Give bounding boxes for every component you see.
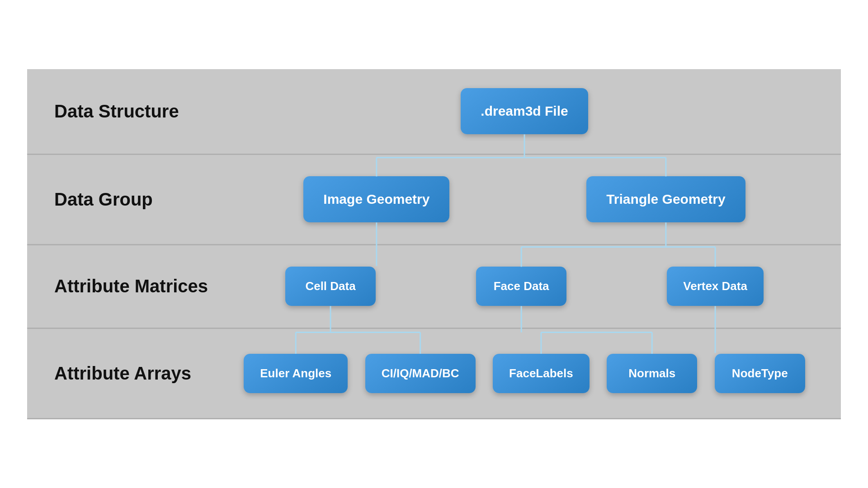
node-normals: Normals	[607, 354, 697, 393]
node-dream3d: .dream3d File	[461, 88, 588, 134]
row-attribute-arrays: Attribute Arrays Euler Angles CI/IQ/MAD/…	[27, 329, 841, 419]
row-label-attribute-arrays: Attribute Arrays	[54, 363, 191, 383]
label-col-4: Attribute Arrays	[54, 363, 235, 384]
nodes-col-1: .dream3d File	[235, 88, 814, 134]
label-col-3: Attribute Matrices	[54, 276, 235, 296]
node-image-geometry: Image Geometry	[303, 176, 449, 222]
node-cell-data: Cell Data	[285, 267, 376, 306]
row-data-structure: Data Structure .dream3d File	[27, 69, 841, 155]
nodes-col-3: Cell Data Face Data Vertex Data	[235, 267, 814, 306]
nodes-col-2: Image Geometry Triangle Geometry	[235, 176, 814, 222]
label-col-1: Data Structure	[54, 101, 235, 122]
row-attribute-matrices: Attribute Matrices Cell Data Face Data V…	[27, 245, 841, 329]
nodes-col-4: Euler Angles CI/IQ/MAD/BC FaceLabels Nor…	[235, 354, 814, 393]
node-vertex-data: Vertex Data	[667, 267, 764, 306]
node-ci-iq-mad-bc: CI/IQ/MAD/BC	[365, 354, 476, 393]
row-label-data-structure: Data Structure	[54, 101, 179, 121]
row-label-attribute-matrices: Attribute Matrices	[54, 276, 208, 296]
row-data-group: Data Group Image Geometry Triangle Geome…	[27, 155, 841, 245]
node-euler-angles: Euler Angles	[244, 354, 348, 393]
node-face-labels: FaceLabels	[493, 354, 590, 393]
diagram-container: Data Structure .dream3d File Data Group …	[27, 69, 841, 419]
row-label-data-group: Data Group	[54, 189, 153, 209]
label-col-2: Data Group	[54, 189, 235, 210]
node-face-data: Face Data	[476, 267, 566, 306]
node-node-type: NodeType	[715, 354, 805, 393]
node-triangle-geometry: Triangle Geometry	[586, 176, 745, 222]
